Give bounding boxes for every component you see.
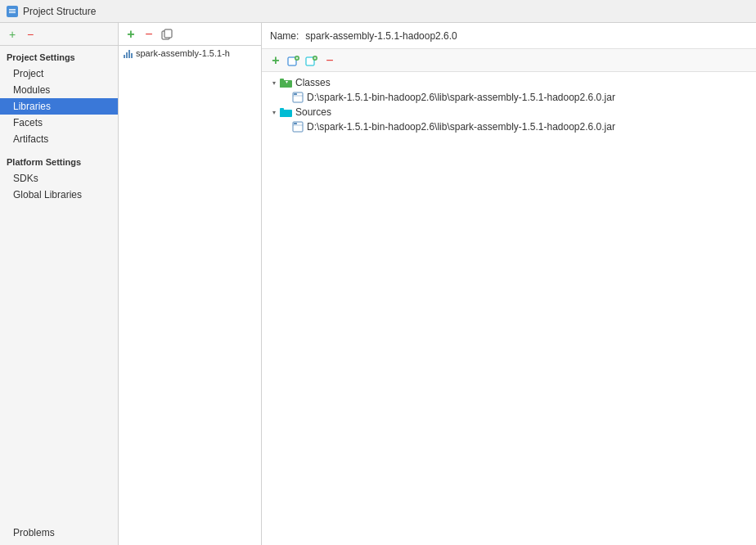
classes-folder-icon bbox=[280, 77, 293, 88]
sources-chevron: ▾ bbox=[268, 106, 280, 118]
right-toolbar: + − bbox=[262, 49, 756, 72]
remove-entry-button[interactable]: − bbox=[322, 53, 337, 68]
jar-file-icon bbox=[291, 92, 304, 103]
sources-jar-path: D:\spark-1.5.1-bin-hadoop2.6\lib\spark-a… bbox=[307, 121, 615, 133]
platform-settings-label: Platform Settings bbox=[0, 151, 118, 170]
name-bar: Name: spark-assembly-1.5.1-hadoop2.6.0 bbox=[262, 23, 756, 49]
svg-rect-1 bbox=[9, 12, 16, 13]
library-icon bbox=[124, 48, 133, 58]
sidebar-item-global-libraries[interactable]: Global Libraries bbox=[0, 187, 118, 203]
add-class-path-button[interactable] bbox=[286, 53, 301, 68]
tree-content: ▾ Classes bbox=[262, 72, 756, 545]
library-item-label: spark-assembly-1.5.1-h bbox=[136, 48, 230, 58]
name-value: spark-assembly-1.5.1-hadoop2.6.0 bbox=[305, 30, 457, 42]
copy-library-button[interactable] bbox=[160, 27, 174, 42]
remove-library-button[interactable]: − bbox=[142, 27, 156, 42]
add-entry-button[interactable]: + bbox=[268, 53, 283, 68]
sidebar: + − Project Settings Project Modules Lib… bbox=[0, 23, 119, 545]
right-panel: Name: spark-assembly-1.5.1-hadoop2.6.0 + bbox=[262, 23, 756, 545]
window-title: Project Structure bbox=[23, 6, 96, 17]
svg-rect-19 bbox=[294, 93, 297, 95]
classes-label: Classes bbox=[295, 77, 331, 88]
sources-group-node[interactable]: ▾ Sources bbox=[262, 105, 756, 119]
sources-folder-icon bbox=[280, 106, 293, 118]
svg-rect-25 bbox=[294, 123, 297, 124]
main-container: + − Project Settings Project Modules Lib… bbox=[0, 23, 756, 545]
classes-jar-node[interactable]: D:\spark-1.5.1-bin-hadoop2.6\lib\spark-a… bbox=[262, 90, 756, 105]
sidebar-toolbar: + − bbox=[0, 23, 118, 46]
classes-chevron: ▾ bbox=[268, 77, 280, 88]
classes-jar-spacer bbox=[280, 92, 291, 103]
sources-jar-node[interactable]: D:\spark-1.5.1-bin-hadoop2.6\lib\spark-a… bbox=[262, 119, 756, 134]
sources-jar-spacer bbox=[280, 121, 291, 133]
svg-rect-22 bbox=[280, 108, 284, 111]
app-icon bbox=[7, 6, 18, 17]
svg-rect-4 bbox=[164, 29, 172, 38]
sidebar-remove-button[interactable]: − bbox=[23, 27, 38, 42]
sidebar-item-problems[interactable]: Problems bbox=[0, 525, 118, 545]
sidebar-item-sdks[interactable]: SDKs bbox=[0, 170, 118, 187]
sources-jar-file-icon bbox=[291, 121, 304, 133]
svg-rect-15 bbox=[280, 79, 284, 82]
library-item[interactable]: spark-assembly-1.5.1-h bbox=[119, 46, 261, 61]
svg-rect-0 bbox=[9, 11, 16, 11]
sidebar-item-facets[interactable]: Facets bbox=[0, 115, 118, 131]
add-library-button[interactable]: + bbox=[124, 27, 138, 42]
classes-jar-path: D:\spark-1.5.1-bin-hadoop2.6\lib\spark-a… bbox=[307, 92, 615, 103]
classes-group-node[interactable]: ▾ Classes bbox=[262, 75, 756, 90]
title-bar: Project Structure bbox=[0, 0, 756, 23]
middle-toolbar: + − bbox=[119, 23, 261, 46]
sidebar-add-button[interactable]: + bbox=[5, 27, 20, 42]
name-label: Name: bbox=[270, 30, 299, 42]
sources-label: Sources bbox=[295, 106, 331, 118]
sidebar-item-project[interactable]: Project bbox=[0, 65, 118, 82]
svg-rect-2 bbox=[9, 9, 16, 10]
add-sources-button[interactable] bbox=[304, 53, 319, 68]
sidebar-item-libraries[interactable]: Libraries bbox=[0, 98, 118, 115]
project-settings-label: Project Settings bbox=[0, 46, 118, 65]
sidebar-item-artifacts[interactable]: Artifacts bbox=[0, 131, 118, 147]
sidebar-item-modules[interactable]: Modules bbox=[0, 82, 118, 98]
middle-panel: + − spark-assembly-1.5.1-h bbox=[119, 23, 262, 545]
library-list: spark-assembly-1.5.1-h bbox=[119, 46, 261, 545]
